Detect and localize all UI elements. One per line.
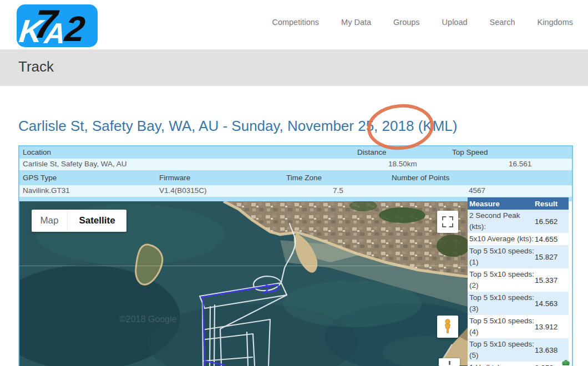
nav-link[interactable]: Kingdoms — [538, 18, 573, 27]
result-row: Top 5 5x10 speeds:(4) 13.912 — [468, 315, 569, 338]
pegman-icon — [442, 318, 454, 335]
points-value: 4567 — [469, 186, 485, 195]
time-zone-value: 7.5 — [333, 186, 343, 195]
small-green-icon — [562, 359, 570, 365]
location-header: Location — [23, 148, 51, 156]
gps-header-row: GPS Type Firmware Time Zone Number of Po… — [19, 170, 572, 185]
nav-link[interactable]: My Data — [341, 18, 371, 27]
track-info-panel: Location Distance Top Speed Carlisle St,… — [18, 145, 573, 366]
result-row: Top 5 5x10 speeds:(2) 15.337 — [468, 268, 569, 292]
time-zone-header: Time Zone — [286, 174, 322, 182]
page-title-text: Carlisle St, Safety Bay, WA, AU - Sunday… — [18, 118, 418, 134]
fullscreen-icon — [442, 216, 453, 227]
measure-label: Top 5 5x10 speeds:(3) — [468, 292, 535, 315]
gps-data-row: Navilink.GT31 V1.4(B0315C) 7.5 4567 — [19, 185, 572, 197]
page-title: Carlisle St, Safety Bay, WA, AU - Sunday… — [18, 118, 457, 135]
track-banner: Track — [0, 49, 588, 86]
measure-label: Top 5 5x10 speeds:(2) — [468, 268, 535, 292]
logo-letter-2: 2 — [63, 9, 87, 47]
satellite-view-button[interactable]: Satellite — [68, 210, 126, 232]
nav-link[interactable]: Groups — [393, 18, 420, 27]
result-row: Top 5 5x10 speeds:(1) 15.827 — [468, 245, 569, 268]
nav-link[interactable]: Competitions — [272, 18, 319, 27]
plus-icon — [449, 361, 450, 365]
zoom-in-button[interactable] — [439, 358, 460, 366]
points-header: Number of Points — [392, 174, 449, 182]
result-value: 14.563 — [535, 292, 569, 315]
main-nav: CompetitionsMy DataGroupsUploadSearchKin… — [272, 18, 573, 27]
measure-label: Top 5 5x10 speeds:(5) — [468, 338, 535, 362]
results-table: Measure Result 2 Second Peak (kts): 16.5… — [468, 197, 569, 366]
result-row: Top 5 5x10 speeds:(3) 14.563 — [468, 292, 569, 315]
top-speed-value: 16.561 — [509, 160, 531, 168]
measure-label: Top 5 5x10 speeds:(1) — [468, 245, 535, 268]
location-data-row: Carlisle St, Safety Bay, WA, AU 18.50km … — [19, 159, 572, 170]
result-value: 14.655 — [535, 233, 569, 245]
nav-link[interactable]: Upload — [442, 18, 468, 27]
measure-sub-label: (2) — [469, 280, 535, 291]
result-row: 5x10 Average (kts): 14.655 — [468, 233, 569, 245]
banner-title: Track — [18, 58, 54, 75]
map-type-control: Map Satellite — [32, 210, 126, 232]
result-value: 13.638 — [535, 338, 569, 362]
result-row: 2 Second Peak (kts): 16.562 — [468, 210, 569, 233]
distance-header: Distance — [357, 148, 387, 156]
fullscreen-button[interactable] — [437, 211, 458, 233]
location-value: Carlisle St, Safety Bay, WA, AU — [23, 160, 127, 168]
result-value: 15.827 — [535, 245, 569, 268]
location-header-row: Location Distance Top Speed — [19, 146, 572, 159]
distance-value: 18.50km — [388, 160, 417, 168]
ka72-logo[interactable]: 7 A 2 K — [17, 4, 98, 47]
results-header-row: Measure Result — [468, 197, 569, 210]
measure-sub-label: (3) — [469, 303, 535, 314]
nav-link[interactable]: Search — [490, 18, 515, 27]
map-canvas[interactable]: ©2018 Google — [19, 201, 468, 366]
results-rows: 2 Second Peak (kts): 16.562 5x10 Average… — [468, 210, 569, 366]
map-view-button[interactable]: Map — [32, 210, 68, 232]
top-speed-header: Top Speed — [452, 148, 488, 156]
top-header: 7 A 2 K CompetitionsMy DataGroupsUploadS… — [0, 0, 588, 49]
result-header: Result — [535, 200, 569, 208]
gps-type-value: Navilink.GT31 — [23, 186, 70, 195]
result-row: 1 Hr (kts): 8.959 — [468, 362, 569, 366]
pegman-button[interactable] — [437, 316, 458, 338]
gps-type-header: GPS Type — [23, 174, 57, 182]
firmware-header: Firmware — [159, 174, 190, 182]
measure-label: 1 Hr (kts): — [468, 362, 535, 366]
measure-sub-label: (4) — [469, 327, 535, 338]
kml-link[interactable]: (KML) — [418, 118, 458, 134]
result-value: 13.912 — [535, 315, 569, 338]
measure-sub-label: (5) — [469, 350, 535, 361]
result-row: Top 5 5x10 speeds:(5) 13.638 — [468, 338, 569, 362]
result-value: 16.562 — [535, 210, 569, 233]
measure-label: Top 5 5x10 speeds:(4) — [468, 315, 535, 338]
measure-sub-label: (1) — [469, 257, 535, 268]
measure-header: Measure — [468, 200, 535, 208]
firmware-value: V1.4(B0315C) — [159, 186, 207, 195]
measure-label: 5x10 Average (kts): — [468, 233, 535, 245]
result-value: 15.337 — [535, 268, 569, 292]
measure-label: 2 Second Peak (kts): — [468, 210, 535, 233]
map-watermark: ©2018 Google — [119, 314, 177, 324]
